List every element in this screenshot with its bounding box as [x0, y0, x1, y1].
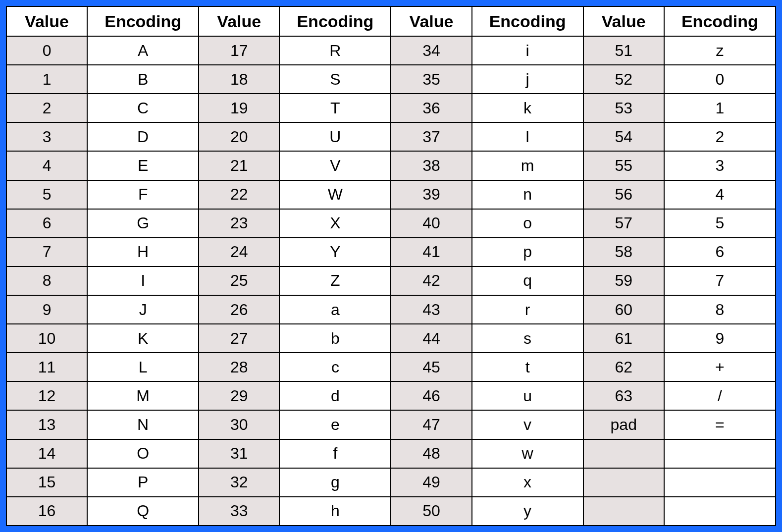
table-row: 8I25Z42q597 [6, 266, 776, 295]
value-cell: 54 [583, 122, 664, 151]
encoding-cell: M [87, 381, 199, 410]
value-cell: 2 [6, 94, 87, 122]
value-cell: 62 [583, 353, 664, 381]
value-cell: 1 [6, 65, 87, 94]
encoding-cell: p [472, 238, 583, 266]
header-value: Value [199, 6, 279, 36]
encoding-cell: A [87, 36, 199, 65]
table-row: 4E21V38m553 [6, 151, 776, 180]
value-cell: 44 [391, 324, 471, 353]
value-cell [583, 497, 664, 526]
table-row: 3D20U37l542 [6, 122, 776, 151]
encoding-cell: L [87, 353, 199, 381]
value-cell: 48 [391, 439, 471, 468]
value-cell: 42 [391, 266, 471, 295]
encoding-cell: = [664, 410, 776, 439]
value-cell: 60 [583, 295, 664, 324]
table-row: 6G23X40o575 [6, 209, 776, 238]
table-row: 13N30e47vpad= [6, 410, 776, 439]
encoding-cell: B [87, 65, 199, 94]
encoding-cell: u [472, 381, 583, 410]
encoding-cell: t [472, 353, 583, 381]
encoding-cell: m [472, 151, 583, 180]
encoding-cell: D [87, 122, 199, 151]
encoding-cell: Z [279, 266, 391, 295]
value-cell: 21 [199, 151, 279, 180]
encoding-cell: 3 [664, 151, 776, 180]
value-cell: 27 [199, 324, 279, 353]
value-cell: 61 [583, 324, 664, 353]
encoding-cell: i [472, 36, 583, 65]
header-encoding: Encoding [664, 6, 776, 36]
encoding-cell: d [279, 381, 391, 410]
header-encoding: Encoding [279, 6, 391, 36]
header-value: Value [6, 6, 87, 36]
value-cell: 53 [583, 94, 664, 122]
value-cell: 45 [391, 353, 471, 381]
encoding-cell: C [87, 94, 199, 122]
value-cell: 32 [199, 468, 279, 497]
value-cell: 39 [391, 180, 471, 209]
encoding-cell: 7 [664, 266, 776, 295]
encoding-cell: 8 [664, 295, 776, 324]
value-cell: 4 [6, 151, 87, 180]
value-cell: 25 [199, 266, 279, 295]
value-cell: 11 [6, 353, 87, 381]
value-cell: 31 [199, 439, 279, 468]
value-cell: 5 [6, 180, 87, 209]
value-cell: 47 [391, 410, 471, 439]
table-row: 1B18S35j520 [6, 65, 776, 94]
header-value: Value [391, 6, 471, 36]
encoding-cell: K [87, 324, 199, 353]
table-row: 15P32g49x [6, 468, 776, 497]
encoding-cell: P [87, 468, 199, 497]
encoding-cell: 2 [664, 122, 776, 151]
value-cell: 9 [6, 295, 87, 324]
table-row: 16Q33h50y [6, 497, 776, 526]
encoding-cell: 5 [664, 209, 776, 238]
encoding-cell: H [87, 238, 199, 266]
value-cell: 34 [391, 36, 471, 65]
encoding-cell: I [87, 266, 199, 295]
encoding-cell: l [472, 122, 583, 151]
encoding-cell: F [87, 180, 199, 209]
encoding-cell: c [279, 353, 391, 381]
encoding-cell: j [472, 65, 583, 94]
value-cell: 17 [199, 36, 279, 65]
value-cell: 13 [6, 410, 87, 439]
value-cell: 36 [391, 94, 471, 122]
value-cell: 22 [199, 180, 279, 209]
value-cell: 19 [199, 94, 279, 122]
value-cell: 0 [6, 36, 87, 65]
value-cell: 40 [391, 209, 471, 238]
encoding-cell: N [87, 410, 199, 439]
encoding-cell: b [279, 324, 391, 353]
encoding-cell: X [279, 209, 391, 238]
table-row: 10K27b44s619 [6, 324, 776, 353]
encoding-cell: U [279, 122, 391, 151]
encoding-cell: x [472, 468, 583, 497]
encoding-cell: / [664, 381, 776, 410]
value-cell: 55 [583, 151, 664, 180]
encoding-cell: v [472, 410, 583, 439]
value-cell: 63 [583, 381, 664, 410]
header-row: Value Encoding Value Encoding Value Enco… [6, 6, 776, 36]
value-cell: 29 [199, 381, 279, 410]
encoding-cell: n [472, 180, 583, 209]
table-row: 5F22W39n564 [6, 180, 776, 209]
encoding-cell: 9 [664, 324, 776, 353]
encoding-cell: q [472, 266, 583, 295]
value-cell: 24 [199, 238, 279, 266]
value-cell: pad [583, 410, 664, 439]
encoding-cell: 1 [664, 94, 776, 122]
value-cell: 41 [391, 238, 471, 266]
value-cell: 38 [391, 151, 471, 180]
encoding-cell: f [279, 439, 391, 468]
value-cell: 14 [6, 439, 87, 468]
value-cell: 59 [583, 266, 664, 295]
value-cell: 12 [6, 381, 87, 410]
encoding-cell: e [279, 410, 391, 439]
encoding-cell: z [664, 36, 776, 65]
encoding-cell: 6 [664, 238, 776, 266]
table-row: 11L28c45t62+ [6, 353, 776, 381]
